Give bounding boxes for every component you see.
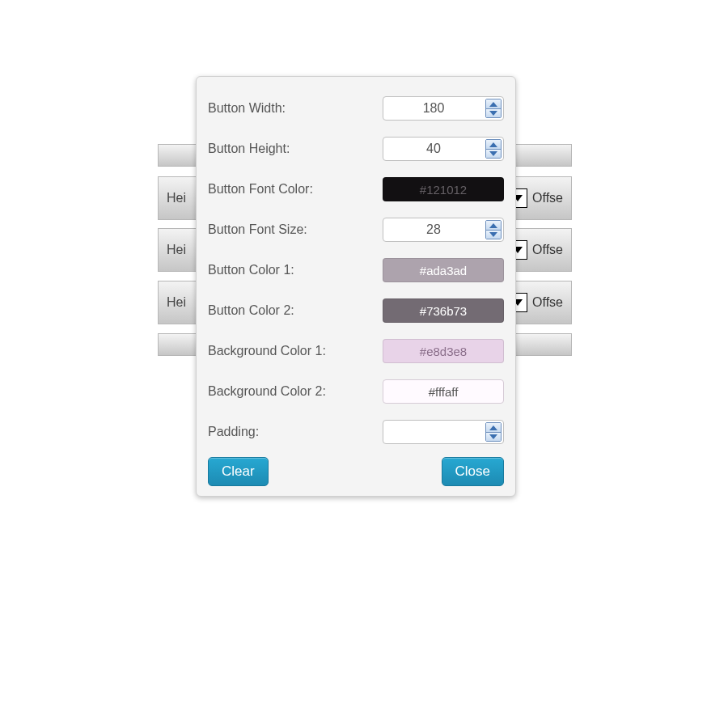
- button-width-spinner[interactable]: [485, 99, 502, 118]
- background-color-1-label: Background Color 1:: [208, 344, 383, 358]
- button-width-label: Button Width:: [208, 101, 383, 116]
- button-color-1-label: Button Color 1:: [208, 263, 383, 277]
- background-row-label: Hei: [167, 295, 186, 310]
- button-font-size-label: Button Font Size:: [208, 222, 383, 237]
- background-row-label: Hei: [167, 191, 186, 205]
- background-row-label: Hei: [167, 243, 186, 257]
- spinner-down-icon[interactable]: [486, 149, 501, 158]
- svg-marker-6: [489, 151, 497, 156]
- background-row-offset-label: Offse: [532, 243, 563, 257]
- svg-marker-7: [489, 223, 497, 228]
- button-height-label: Button Height:: [208, 142, 383, 156]
- background-row-offset-label: Offse: [532, 295, 563, 310]
- button-height-spinner[interactable]: [485, 139, 502, 159]
- close-button[interactable]: Close: [442, 457, 504, 486]
- spinner-up-icon[interactable]: [486, 140, 501, 149]
- background-color-2-label: Background Color 2:: [208, 384, 383, 399]
- background-row-offset-label: Offse: [532, 191, 563, 205]
- clear-button[interactable]: Clear: [208, 457, 269, 486]
- svg-marker-3: [489, 102, 497, 107]
- button-color-1-swatch[interactable]: #ada3ad: [383, 258, 504, 282]
- spinner-up-icon[interactable]: [486, 423, 501, 432]
- background-color-1-swatch[interactable]: #e8d3e8: [383, 339, 504, 363]
- spinner-up-icon[interactable]: [486, 221, 501, 230]
- svg-marker-5: [489, 142, 497, 147]
- background-color-2-swatch[interactable]: #fffaff: [383, 379, 504, 404]
- button-color-2-swatch[interactable]: #736b73: [383, 298, 504, 323]
- settings-panel: Button Width: Button Height: Button Font: [196, 76, 516, 497]
- svg-marker-9: [489, 425, 497, 430]
- spinner-up-icon[interactable]: [486, 99, 501, 108]
- padding-label: Padding:: [208, 425, 383, 439]
- spinner-down-icon[interactable]: [486, 230, 501, 239]
- button-font-color-label: Button Font Color:: [208, 182, 383, 197]
- svg-marker-4: [489, 111, 497, 116]
- padding-spinner[interactable]: [485, 422, 502, 442]
- svg-marker-8: [489, 232, 497, 237]
- button-font-color-swatch[interactable]: #121012: [383, 177, 504, 201]
- svg-marker-10: [489, 434, 497, 439]
- button-font-size-spinner[interactable]: [485, 220, 502, 239]
- button-color-2-label: Button Color 2:: [208, 303, 383, 318]
- spinner-down-icon[interactable]: [486, 108, 501, 117]
- spinner-down-icon[interactable]: [486, 432, 501, 441]
